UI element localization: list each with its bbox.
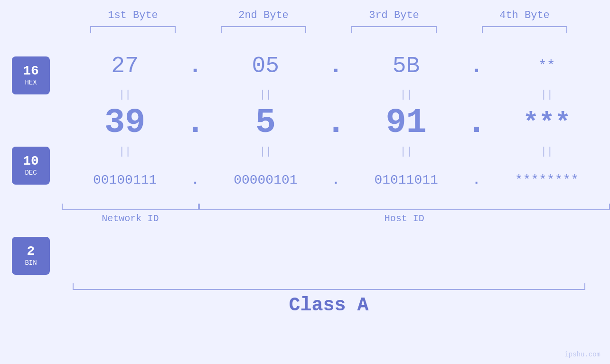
bracket-line-3 xyxy=(351,26,437,33)
hex-b2-value: 05 xyxy=(252,53,280,79)
hex-dot1: . xyxy=(188,53,202,79)
bracket-line-4 xyxy=(482,26,567,33)
eq2-b2: || xyxy=(202,146,328,158)
bin-dot1: . xyxy=(188,173,202,187)
dec-badge: 10 DEC xyxy=(12,147,50,185)
equals-row-1: || || || || xyxy=(62,85,610,104)
bin-dot3: . xyxy=(469,173,484,187)
dec-b3-value: 91 xyxy=(385,103,426,142)
bin-badge-number: 2 xyxy=(27,245,35,258)
dec-value-row: 39 . 5 . 91 . *** xyxy=(62,104,610,142)
full-bracket-container xyxy=(73,283,585,290)
eq2-b1: || xyxy=(62,146,188,158)
bin-b3: 01011011 xyxy=(343,173,469,187)
dec-dot2: . xyxy=(329,103,343,142)
eq1-b2: || xyxy=(202,89,328,101)
dec-b4-value: *** xyxy=(523,108,571,138)
bracket-line-1 xyxy=(90,26,176,33)
bracket-top-3 xyxy=(329,26,460,33)
bracket-top-4 xyxy=(460,26,590,33)
bin-b1-value: 00100111 xyxy=(93,173,157,187)
network-id-label: Network ID xyxy=(62,213,199,224)
hex-value-row: 27 . 05 . 5B . ** xyxy=(62,47,610,85)
hex-b1-value: 27 xyxy=(111,53,139,79)
dec-dot1: . xyxy=(188,103,202,142)
hex-b1: 27 xyxy=(62,53,188,79)
watermark: ipshu.com xyxy=(564,351,601,358)
bin-value-row: 00100111 . 00000101 . 01011011 . *******… xyxy=(62,161,610,199)
bin-b3-value: 01011011 xyxy=(374,173,438,187)
hex-badge-number: 16 xyxy=(23,65,39,78)
dec-b4: *** xyxy=(484,108,610,138)
eq2-b3: || xyxy=(343,146,469,158)
bracket-top-2 xyxy=(198,26,329,33)
content-area: 16 HEX 10 DEC 2 BIN 27 . 05 xyxy=(0,42,610,275)
hex-dot2: . xyxy=(329,53,343,79)
bottom-brackets-row xyxy=(62,204,610,210)
dec-b2-value: 5 xyxy=(255,103,276,142)
id-labels-row: Network ID Host ID xyxy=(62,213,610,224)
hex-badge-label: HEX xyxy=(25,79,37,86)
bin-badge-label: BIN xyxy=(25,259,37,267)
bin-b4-value: ******** xyxy=(515,173,579,187)
bin-dot2: . xyxy=(329,173,343,187)
hex-b4: ** xyxy=(484,58,610,74)
dec-b1: 39 xyxy=(62,103,188,142)
class-label: Class A xyxy=(73,295,585,316)
eq1-b1: || xyxy=(62,89,188,101)
hex-b4-value: ** xyxy=(538,58,555,74)
full-bracket-line xyxy=(73,283,585,290)
dec-dot3: . xyxy=(469,103,484,142)
bin-b4: ******** xyxy=(484,173,610,187)
bin-b1: 00100111 xyxy=(62,173,188,187)
hex-b2: 05 xyxy=(202,53,328,79)
byte4-label: 4th Byte xyxy=(460,9,590,21)
byte1-label: 1st Byte xyxy=(68,9,198,21)
hex-b3-value: 5B xyxy=(393,53,420,79)
network-bracket xyxy=(62,204,199,210)
hex-b3: 5B xyxy=(343,53,469,79)
equals-row-2: || || || || xyxy=(62,142,610,161)
data-grid: 27 . 05 . 5B . ** || || xyxy=(62,42,610,275)
left-badges: 16 HEX 10 DEC 2 BIN xyxy=(0,42,62,275)
host-id-label: Host ID xyxy=(199,213,610,224)
hex-badge: 16 HEX xyxy=(12,56,50,94)
host-bracket xyxy=(199,204,610,210)
bracket-top-1 xyxy=(68,26,198,33)
dec-b3: 91 xyxy=(343,103,469,142)
byte2-label: 2nd Byte xyxy=(198,9,329,21)
bracket-line-2 xyxy=(221,26,306,33)
main-container: 1st Byte 2nd Byte 3rd Byte 4th Byte 16 H… xyxy=(0,0,610,364)
byte3-label: 3rd Byte xyxy=(329,9,460,21)
bin-b2-value: 00000101 xyxy=(234,173,297,187)
header-row: 1st Byte 2nd Byte 3rd Byte 4th Byte xyxy=(68,9,590,21)
eq2-b4: || xyxy=(484,146,610,158)
eq1-b3: || xyxy=(343,89,469,101)
dec-b1-value: 39 xyxy=(104,103,145,142)
top-bracket-row xyxy=(68,26,590,33)
dec-badge-label: DEC xyxy=(25,169,37,177)
bin-badge: 2 BIN xyxy=(12,237,50,275)
bin-b2: 00000101 xyxy=(202,173,328,187)
hex-dot3: . xyxy=(469,53,484,79)
dec-b2: 5 xyxy=(202,103,328,142)
eq1-b4: || xyxy=(484,89,610,101)
dec-badge-number: 10 xyxy=(23,155,39,168)
